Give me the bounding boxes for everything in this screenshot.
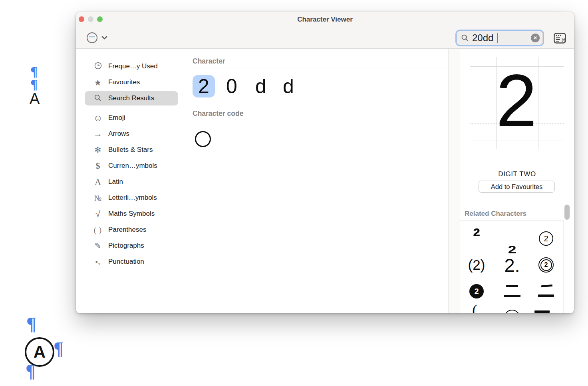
sidebar-item-label: Letterli…ymbols [108, 194, 157, 202]
sidebar-item-label: Arrows [108, 130, 129, 138]
related-char-negative-circled-two[interactable]: 2 [469, 284, 484, 298]
sidebar-item-label: Freque…y Used [108, 62, 158, 70]
section-divider [186, 68, 448, 68]
character-viewer-window: Character Viewer ⋯ ✕ [76, 12, 574, 313]
circled-digit: 2 [544, 234, 548, 243]
sidebar-item-parentheses[interactable]: ( ) Parentheses [85, 223, 178, 237]
character-code-section-header: Character code [193, 109, 243, 118]
more-options-button[interactable]: ⋯ [87, 32, 97, 43]
sidebar-item-label: Search Results [108, 94, 154, 102]
double-circled-digit: 2 [540, 259, 552, 271]
related-char-circled-two[interactable]: 2 [539, 231, 553, 246]
ellipsis-icon: ⋯ [89, 33, 95, 40]
unicode-name: DIGIT TWO [470, 170, 564, 178]
arrow-icon: → [92, 129, 104, 138]
sidebar-item-favourites[interactable]: ★ Favourites [85, 75, 178, 90]
related-char-superscript-two[interactable]: ² [467, 226, 487, 246]
search-field-focus-ring: ✕ [455, 30, 544, 46]
window-titlebar[interactable]: Character Viewer ⋯ ✕ [76, 12, 574, 49]
sidebar-item-currency-symbols[interactable]: $ Curren…ymbols [85, 159, 178, 173]
related-panel-edge [563, 220, 564, 313]
smiley-icon: ☺ [92, 113, 104, 123]
enclosing-circle-glyph[interactable] [195, 131, 211, 147]
sidebar-item-label: Curren…ymbols [108, 162, 157, 170]
related-characters-header: Related Characters [465, 210, 526, 218]
chevron-down-icon[interactable] [101, 35, 108, 40]
sidebar-item-bullets-stars[interactable]: ✻ Bullets & Stars [85, 143, 178, 157]
sidebar-item-label: Punctuation [108, 258, 144, 266]
sidebar-item-label: Bullets & Stars [108, 146, 153, 154]
search-icon [92, 94, 104, 103]
sidebar-item-punctuation[interactable]: •, Punctuation [85, 255, 178, 269]
pilcrow-mark: ¶ [26, 362, 36, 380]
panel-gutter [448, 49, 459, 313]
sidebar-item-label: Parentheses [108, 226, 146, 234]
close-icon: ✕ [533, 35, 537, 41]
related-char-cjk-two-variant[interactable] [534, 310, 550, 313]
sidebar-item-search-results[interactable]: Search Results [85, 91, 178, 105]
document-letter: A [30, 91, 40, 106]
preview-glyph: 2 [481, 64, 552, 138]
related-char-cjk-two[interactable] [503, 284, 521, 298]
character-result[interactable]: d [277, 75, 300, 97]
character-result[interactable]: d [250, 75, 272, 97]
character-result-selected[interactable]: 2 [193, 75, 215, 97]
related-char-circled-ideograph-two[interactable] [504, 310, 520, 313]
character-result[interactable]: 0 [220, 75, 243, 97]
asterisk-icon: ✻ [92, 146, 104, 154]
dollar-icon: $ [92, 161, 104, 170]
clear-search-button[interactable]: ✕ [531, 34, 540, 42]
related-char-parenthesized-two[interactable]: (2) [465, 256, 489, 274]
sidebar-item-arrows[interactable]: → Arrows [85, 127, 178, 141]
clock-icon [92, 62, 104, 71]
pilcrow-mark: ¶ [54, 340, 64, 358]
sidebar-item-label: Emoji [108, 114, 125, 122]
sidebar-item-letterlike-symbols[interactable]: № Letterli…ymbols [85, 191, 178, 205]
related-char-katakana-ni[interactable] [537, 284, 555, 298]
search-icon [461, 34, 469, 42]
related-divider [459, 220, 563, 221]
character-section-header: Character [193, 57, 225, 66]
pilcrow-mark: ¶ [30, 78, 38, 91]
add-to-favourites-label: Add to Favourites [491, 183, 542, 191]
search-input[interactable] [472, 32, 497, 44]
command-icon: ⌘ [561, 37, 566, 43]
window-title: Character Viewer [76, 16, 574, 24]
related-char-parenthesized-ideograph-two[interactable]: ( ) [467, 309, 487, 313]
parentheses-icon: ( ) [92, 226, 104, 234]
related-char-subscript-two[interactable]: ₂ [502, 235, 522, 255]
desktop: ¶ ¶ A ¶ A ¶ ¶ Character Viewer ⋯ [0, 0, 588, 386]
star-icon: ★ [92, 78, 104, 87]
sidebar-item-label: Pictographs [108, 242, 144, 250]
pilcrow-mark: ¶ [26, 315, 36, 333]
sidebar-item-emoji[interactable]: ☺ Emoji [85, 111, 178, 125]
sidebar-item-label: Latin [108, 178, 123, 186]
related-char-double-circled-two[interactable]: 2 [538, 257, 554, 273]
pilcrow-mark: ¶ [30, 65, 38, 78]
related-char-two-full-stop[interactable]: 2. [500, 254, 524, 276]
numero-icon: № [92, 194, 104, 202]
text-cursor [497, 33, 498, 43]
add-to-favourites-button[interactable]: Add to Favourites [479, 181, 555, 193]
search-field[interactable]: ✕ [457, 31, 543, 45]
sidebar-item-latin[interactable]: A Latin [85, 175, 178, 189]
sidebar-item-maths-symbols[interactable]: √ Maths Symbols [85, 207, 178, 221]
bullet-comma-icon: •, [92, 259, 104, 265]
circled-letter-glyph: A [34, 342, 46, 362]
letter-a-icon: A [92, 177, 104, 187]
sidebar-item-label: Favourites [108, 78, 140, 86]
radical-icon: √ [92, 209, 104, 219]
sidebar-separator [85, 108, 181, 108]
keyboard-viewer-button[interactable]: ⌘ [554, 33, 566, 44]
sidebar-item-pictographs[interactable]: ✎ Pictographs [85, 239, 178, 253]
pencil-icon: ✎ [92, 242, 104, 250]
negative-circled-digit: 2 [474, 287, 479, 296]
sidebar-item-frequently-used[interactable]: Freque…y Used [85, 59, 178, 74]
sidebar-item-label: Maths Symbols [108, 210, 155, 218]
sidebar-divider [186, 49, 186, 313]
scrollbar-thumb[interactable] [564, 205, 570, 220]
